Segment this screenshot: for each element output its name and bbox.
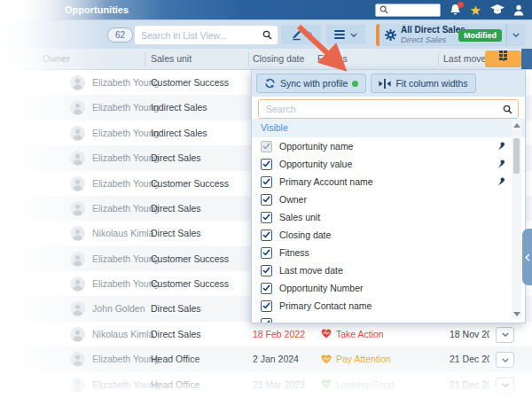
table-row[interactable]: Elizabeth YoungHead Office21 Mar 2023Loo… bbox=[0, 372, 532, 397]
column-list-item[interactable]: Opportunity Number bbox=[252, 279, 525, 297]
table-row[interactable]: Nikolaus KimlaDirect Sales18 Feb 2022Tak… bbox=[0, 322, 532, 346]
column-search-input[interactable] bbox=[264, 103, 503, 115]
column-list-item[interactable]: Fitness bbox=[252, 244, 525, 261]
profile-selector[interactable]: All Direct Sales Direct Sales Modified bbox=[376, 24, 525, 46]
column-checkbox[interactable] bbox=[261, 318, 272, 323]
row-expand-button[interactable] bbox=[496, 378, 514, 393]
fit-width-icon bbox=[379, 79, 391, 89]
sales-unit-cell: Direct Sales bbox=[151, 196, 201, 221]
avatar-icon bbox=[70, 352, 85, 367]
scrollbar-thumb[interactable] bbox=[513, 138, 520, 174]
fitness-label: Looking Good bbox=[336, 379, 394, 390]
fitness-cell: Take Action bbox=[321, 322, 384, 346]
row-expand-button[interactable] bbox=[496, 352, 514, 368]
sales-unit-cell: Customer Success bbox=[151, 171, 229, 196]
column-item-label: Sales unit bbox=[279, 212, 320, 222]
column-last-move[interactable]: Last move date bbox=[443, 49, 485, 69]
list-toolbar: 62 All Direct Sales Direct Sales Modifie… bbox=[0, 20, 532, 49]
column-list-item[interactable]: Sales unit bbox=[252, 208, 525, 226]
table-row[interactable]: Elizabeth YoungHead Office2 Jan 2024Pay … bbox=[0, 346, 532, 371]
column-list-item[interactable]: Owner bbox=[252, 191, 525, 208]
column-list-item[interactable]: Closing date bbox=[252, 226, 525, 244]
notifications-button[interactable] bbox=[450, 4, 461, 16]
column-owner[interactable]: Owner bbox=[43, 49, 70, 69]
sales-unit-cell: Indirect Sales bbox=[151, 121, 207, 145]
column-list-item[interactable]: Primary Account name bbox=[252, 173, 525, 191]
dropdown-scrollbar[interactable] bbox=[512, 121, 521, 319]
owner-cell: Elizabeth Young bbox=[92, 70, 159, 95]
column-list-item[interactable]: Last move date bbox=[252, 261, 525, 279]
list-search-input[interactable] bbox=[135, 30, 262, 41]
sales-unit-cell: Customer Success bbox=[151, 246, 229, 271]
sync-with-profile-button[interactable]: Sync with profile bbox=[256, 74, 366, 93]
profile-dropdown-button[interactable] bbox=[506, 24, 525, 46]
pen-status-dot bbox=[307, 32, 312, 37]
column-list-item[interactable]: Opportunity name bbox=[252, 137, 525, 155]
fitness-label: Pay Attention bbox=[336, 354, 391, 364]
pin-icon[interactable] bbox=[497, 142, 505, 151]
column-list-item[interactable]: Primary Contact name bbox=[252, 297, 525, 315]
hamburger-icon bbox=[334, 30, 345, 39]
owner-cell: Elizabeth Young bbox=[92, 145, 159, 170]
column-list-item[interactable]: Opportunity value bbox=[252, 155, 525, 173]
column-checkbox[interactable] bbox=[261, 194, 272, 206]
sales-unit-cell: Head Office bbox=[151, 346, 200, 371]
column-name-fragment: ame bbox=[2, 49, 20, 69]
list-search bbox=[135, 26, 278, 44]
topbar-actions: ★ bbox=[375, 0, 524, 19]
global-search-input[interactable] bbox=[375, 4, 441, 17]
search-icon bbox=[503, 105, 512, 114]
column-checkbox[interactable] bbox=[261, 230, 272, 241]
list-menu-button[interactable] bbox=[326, 25, 365, 44]
column-item-label: Opportunity Number bbox=[279, 283, 364, 293]
column-checkbox[interactable] bbox=[261, 265, 272, 276]
fit-column-widths-button[interactable]: Fit column widths bbox=[371, 74, 475, 93]
scroll-up-arrow[interactable] bbox=[513, 123, 520, 128]
column-item-label: Primary Account name bbox=[279, 176, 373, 187]
column-item-label: Owner bbox=[279, 194, 307, 205]
app-root: Opportunities ★ 62 bbox=[0, 0, 532, 397]
column-checkbox[interactable] bbox=[261, 247, 272, 259]
academy-cap-icon[interactable] bbox=[490, 4, 505, 15]
top-bar: Opportunities ★ bbox=[0, 0, 532, 20]
owner-cell: Elizabeth Young bbox=[92, 121, 159, 145]
column-checkbox[interactable] bbox=[261, 176, 272, 188]
sales-unit-cell: Direct Sales bbox=[151, 221, 201, 245]
profile-accent-bar bbox=[376, 24, 379, 46]
pin-icon[interactable] bbox=[497, 177, 505, 186]
chevron-down-icon bbox=[350, 33, 357, 37]
avatar-icon bbox=[70, 276, 85, 292]
profile-labels: All Direct Sales Direct Sales bbox=[401, 25, 454, 44]
sales-unit-cell: Customer Success bbox=[151, 70, 229, 95]
edit-filter-button[interactable] bbox=[281, 25, 321, 44]
favorites-star-icon[interactable]: ★ bbox=[470, 4, 481, 17]
fitness-cell: Pay Attention bbox=[321, 346, 391, 371]
column-checklist: Opportunity nameOpportunity valuePrimary… bbox=[252, 137, 525, 323]
scroll-down-arrow[interactable] bbox=[513, 312, 520, 316]
column-checkbox[interactable] bbox=[261, 212, 272, 223]
fitness-cell: Looking Good bbox=[321, 372, 394, 397]
column-checkbox[interactable] bbox=[261, 159, 272, 170]
right-panel-edge bbox=[521, 49, 532, 69]
column-item-label: Opportunity value bbox=[279, 159, 352, 169]
row-expand-button[interactable] bbox=[496, 327, 514, 343]
owner-cell: Elizabeth Young bbox=[92, 171, 159, 196]
dropdown-actions: Sync with profile Fit column widths bbox=[252, 70, 525, 97]
column-divider bbox=[248, 52, 249, 66]
sales-unit-cell: Direct Sales bbox=[151, 296, 201, 321]
column-checkbox[interactable] bbox=[261, 300, 272, 312]
fitness-label: Take Action bbox=[336, 329, 384, 339]
column-fitness[interactable]: Fitness bbox=[317, 49, 348, 69]
expand-side-panel-tab[interactable] bbox=[522, 229, 532, 285]
column-closing-date[interactable]: Closing date bbox=[253, 49, 304, 69]
pin-icon[interactable] bbox=[497, 160, 505, 168]
avatar-icon bbox=[70, 201, 85, 216]
column-list-item[interactable] bbox=[252, 315, 525, 323]
column-sales-unit[interactable]: Sales unit bbox=[151, 49, 192, 69]
closing-date-cell: 18 Feb 2022 bbox=[253, 322, 305, 346]
column-checkbox[interactable] bbox=[261, 141, 272, 152]
column-checkbox[interactable] bbox=[261, 283, 272, 294]
search-icon bbox=[262, 30, 272, 40]
user-profile-icon[interactable] bbox=[513, 4, 524, 16]
column-settings-button[interactable] bbox=[485, 51, 521, 67]
